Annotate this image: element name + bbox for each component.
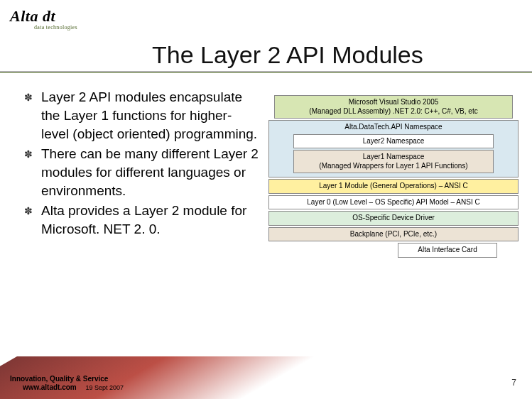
diagram-backplane: Backplane (PCI, PCIe, etc.) xyxy=(268,227,519,242)
diagram-vs-line2: (Managed DLL Assembly) .NET 2.0: C++, C#… xyxy=(278,107,509,116)
bullet-marker: ✽ xyxy=(24,88,41,143)
footer-url: www.altadt.com xyxy=(23,383,77,391)
bullet-item: ✽ Layer 2 API modules encapsulate the La… xyxy=(24,88,259,143)
footer-tagline: Innovation, Quality & Service xyxy=(10,375,108,383)
diagram-driver: OS-Specific Device Driver xyxy=(268,211,519,226)
bullet-marker: ✽ xyxy=(24,202,41,239)
diagram-layer2-ns: Layer2 Namespace xyxy=(293,134,494,149)
title-underline xyxy=(0,71,532,73)
logo-sub-text: data technologies xyxy=(34,24,77,31)
footer: Innovation, Quality & Service www.altadt… xyxy=(10,375,124,392)
logo-main-text: Alta dt xyxy=(10,7,77,26)
slide-title: The Layer 2 API Modules xyxy=(152,41,423,69)
bullet-item: ✽ Alta provides a Layer 2 module for Mic… xyxy=(24,202,259,239)
diagram-l1ns-line2: (Managed Wrappers for Layer 1 API Functi… xyxy=(297,162,490,171)
bullet-text: Layer 2 API modules encapsulate the Laye… xyxy=(41,88,259,143)
bullet-marker: ✽ xyxy=(24,145,41,200)
footer-date: 19 Sept 2007 xyxy=(86,384,124,391)
page-number: 7 xyxy=(511,378,516,388)
diagram-layer1-module: Layer 1 Module (General Operations) – AN… xyxy=(268,179,519,194)
bullet-text: There can be many different Layer 2 modu… xyxy=(41,145,259,200)
diagram-l1ns-line1: Layer1 Namespace xyxy=(297,153,490,162)
diagram-layer1-ns: Layer1 Namespace (Managed Wrappers for L… xyxy=(293,150,494,173)
diagram-vs-line1: Microsoft Visual Studio 2005 xyxy=(278,98,509,107)
bullet-item: ✽ There can be many different Layer 2 mo… xyxy=(24,145,259,200)
logo: Alta dt data technologies xyxy=(10,7,77,31)
bullet-list: ✽ Layer 2 API modules encapsulate the La… xyxy=(24,88,259,240)
diagram-ns-label: Alta.DataTech.API Namespace xyxy=(272,123,515,132)
bullet-text: Alta provides a Layer 2 module for Micro… xyxy=(41,202,259,239)
diagram-layer0: Layer 0 (Low Level – OS Specific) API Mo… xyxy=(268,195,519,210)
diagram-vs-box: Microsoft Visual Studio 2005 (Managed DL… xyxy=(274,95,513,119)
diagram-interface-card: Alta Interface Card xyxy=(398,243,497,258)
diagram-namespace-box: Alta.DataTech.API Namespace Layer2 Names… xyxy=(268,120,519,177)
architecture-diagram: Microsoft Visual Studio 2005 (Managed DL… xyxy=(268,95,519,259)
